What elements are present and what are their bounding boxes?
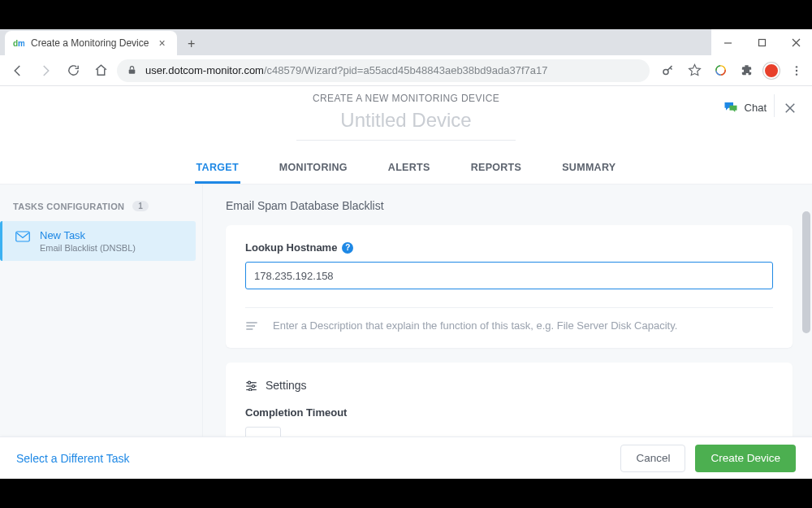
svg-point-13 <box>796 69 797 71</box>
svg-point-24 <box>252 384 254 387</box>
home-button[interactable] <box>89 59 112 82</box>
sidebar-count-badge: 1 <box>132 201 149 211</box>
eyebrow: CREATE A NEW MONITORING DEVICE <box>0 93 812 104</box>
lookup-label: Lookup Hostname <box>245 241 337 254</box>
svg-point-12 <box>796 66 797 67</box>
window-controls <box>711 29 812 55</box>
tab-monitoring[interactable]: MONITORING <box>278 155 349 184</box>
main-panel: Email Spam Database Blacklist Lookup Hos… <box>203 185 812 463</box>
lookup-card: Lookup Hostname ? Enter a Description th… <box>226 225 793 348</box>
sidebar-task-item[interactable]: New Task Email Blacklist (DNSBL) <box>0 221 196 261</box>
page-header: CREATE A NEW MONITORING DEVICE Untitled … <box>0 86 812 141</box>
lock-icon <box>127 65 137 76</box>
lookup-label-row: Lookup Hostname ? <box>245 241 773 254</box>
reload-button[interactable] <box>62 59 84 82</box>
svg-rect-3 <box>758 39 765 46</box>
wizard-tabs: TARGET MONITORING ALERTS REPORTS SUMMARY <box>0 155 812 185</box>
address-bar: user.dotcom-monitor.com/c48579/Wizard?pi… <box>0 55 812 86</box>
chat-button[interactable]: Chat <box>723 101 767 114</box>
task-text: New Task Email Blacklist (DNSBL) <box>40 229 136 253</box>
url-text: user.dotcom-monitor.com/c48579/Wizard?pi… <box>145 64 547 76</box>
svg-point-22 <box>248 381 250 384</box>
tab-target[interactable]: TARGET <box>195 155 240 184</box>
close-tab-icon[interactable]: × <box>155 37 168 50</box>
omnibox[interactable]: user.dotcom-monitor.com/c48579/Wizard?pi… <box>117 59 650 82</box>
cancel-button[interactable]: Cancel <box>620 445 685 472</box>
envelope-icon <box>15 231 30 242</box>
task-subtitle: Email Blacklist (DNSBL) <box>40 243 136 253</box>
description-row[interactable]: Enter a Description that explain the fun… <box>245 319 773 332</box>
section-title: Email Spam Database Blacklist <box>226 199 793 212</box>
lookup-hostname-input[interactable] <box>245 262 773 289</box>
toolbar-right <box>654 62 806 80</box>
sidebar-heading-text: TASKS CONFIGURATION <box>13 202 124 211</box>
svg-point-26 <box>249 388 252 390</box>
svg-point-14 <box>796 73 797 75</box>
page: Chat CREATE A NEW MONITORING DEVICE Unti… <box>0 86 812 479</box>
close-window-button[interactable] <box>784 34 807 50</box>
chat-icon <box>723 101 738 114</box>
svg-rect-6 <box>129 69 136 73</box>
description-placeholder: Enter a Description that explain the fun… <box>273 319 677 332</box>
browser-window: dm Create a Monitoring Device × + <box>0 29 812 479</box>
tab-title: Create a Monitoring Device <box>31 37 149 49</box>
letterbox-top <box>0 0 812 29</box>
sidebar: TASKS CONFIGURATION 1 New Task Email Bla… <box>0 185 203 463</box>
forward-button[interactable] <box>34 59 57 82</box>
sidebar-heading: TASKS CONFIGURATION 1 <box>0 194 202 218</box>
tab-strip: dm Create a Monitoring Device × + <box>0 29 812 55</box>
divider <box>245 307 773 308</box>
notes-icon <box>245 321 258 331</box>
help-icon[interactable]: ? <box>342 242 353 254</box>
svg-text:m: m <box>18 39 24 48</box>
tab-summary[interactable]: SUMMARY <box>560 155 617 184</box>
title-underline <box>296 140 516 141</box>
svg-rect-17 <box>16 232 30 241</box>
task-title: New Task <box>40 229 136 241</box>
create-device-button[interactable]: Create Device <box>695 445 796 472</box>
minimize-button[interactable] <box>716 34 739 50</box>
kebab-menu-icon[interactable] <box>788 62 806 80</box>
scrollbar-thumb[interactable] <box>802 211 810 333</box>
maximize-button[interactable] <box>750 34 773 50</box>
letterbox-bottom <box>0 479 812 508</box>
footer: Select a Different Task Cancel Create De… <box>0 436 812 479</box>
favicon-icon: dm <box>13 37 24 49</box>
chat-label: Chat <box>745 102 767 114</box>
tab-reports[interactable]: REPORTS <box>469 155 524 184</box>
svg-point-7 <box>663 69 668 74</box>
sliders-icon <box>245 380 257 391</box>
timeout-label: Completion Timeout <box>245 406 773 419</box>
browser-tab[interactable]: dm Create a Monitoring Device × <box>5 31 177 55</box>
profile-avatar[interactable] <box>763 63 780 79</box>
wizard-body: TASKS CONFIGURATION 1 New Task Email Bla… <box>0 185 812 463</box>
tab-alerts[interactable]: ALERTS <box>387 155 432 184</box>
device-title[interactable]: Untitled Device <box>0 109 812 132</box>
circle-icon[interactable] <box>711 62 729 80</box>
close-panel-button[interactable] <box>783 101 797 115</box>
back-button[interactable] <box>6 59 29 82</box>
settings-label: Settings <box>266 379 307 392</box>
select-different-link[interactable]: Select a Different Task <box>16 452 130 465</box>
settings-heading: Settings <box>245 379 773 392</box>
extensions-icon[interactable] <box>737 62 755 80</box>
key-icon[interactable] <box>659 62 677 80</box>
new-tab-button[interactable]: + <box>180 33 203 55</box>
star-icon[interactable] <box>685 62 703 80</box>
